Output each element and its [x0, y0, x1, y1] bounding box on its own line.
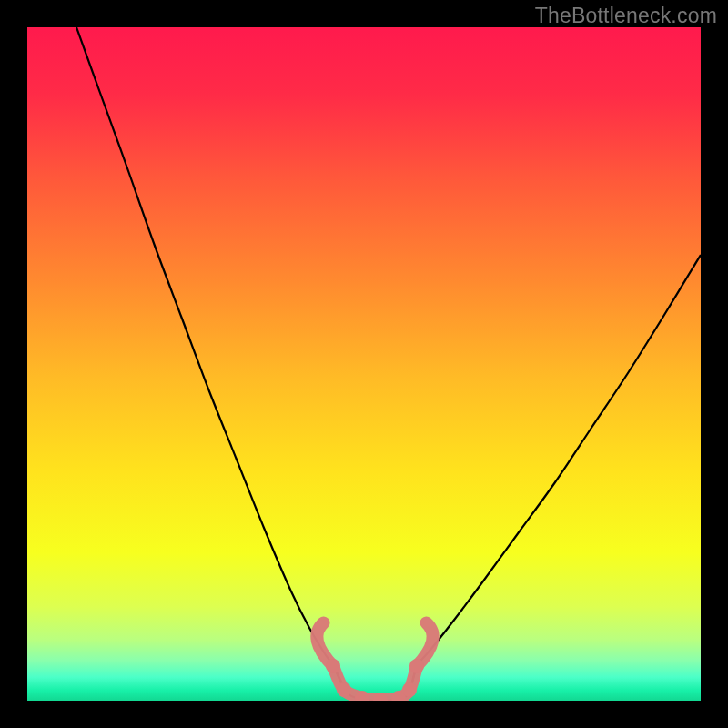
plot-area	[27, 27, 701, 701]
marker-point	[337, 682, 351, 697]
marker-point	[402, 682, 417, 697]
marker-point	[410, 659, 424, 673]
plot-svg	[27, 27, 701, 701]
gradient-background	[27, 27, 701, 701]
watermark-text: TheBottleneck.com	[535, 4, 717, 28]
outer-frame: TheBottleneck.com	[0, 0, 728, 728]
marker-point	[326, 659, 340, 673]
